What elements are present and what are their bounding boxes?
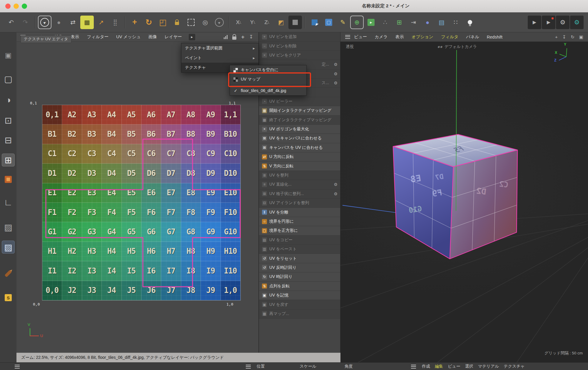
uv-tile-J2[interactable]: J2 (62, 281, 82, 300)
mirror-h-icon[interactable]: ⇥ (407, 16, 420, 29)
uv-menu-item-4[interactable]: UV メッシュ (112, 32, 145, 42)
texture-submenu-item-2[interactable]: ✓floor_tiles_06_diff_4k.jpg (230, 86, 306, 95)
uv-menu-item-5[interactable]: 画像 (145, 32, 161, 42)
uv-tile-G1[interactable]: G1 (42, 222, 62, 241)
gear-icon[interactable]: ⚙ (334, 62, 338, 67)
camera-label[interactable]: ◉◉ デフォルトカメラ (437, 44, 477, 49)
uv-tile-H10[interactable]: H10 (221, 242, 240, 261)
primitive-cube-icon[interactable]: ▢ (322, 16, 335, 29)
refresh-view-icon[interactable]: ↻ (571, 34, 574, 40)
bottom-menu-item-2[interactable]: ビュー (448, 364, 460, 369)
uv-tile-A3[interactable]: A3 (82, 105, 102, 124)
uv-mesh-icon[interactable]: ▨ (2, 221, 15, 234)
uv-transform-tool[interactable]: ▦ (80, 16, 94, 29)
mirror-tool[interactable]: ⇄ (66, 16, 80, 29)
bottom-menu-item-1[interactable]: 編集 (435, 364, 443, 369)
uv-menu-overflow-arrow[interactable]: ▸ (189, 34, 195, 40)
sculpt-blob-icon[interactable]: ● (421, 16, 434, 29)
uv-tile-F3[interactable]: F3 (82, 203, 102, 222)
marquee-select-icon[interactable] (184, 16, 198, 29)
uv-point-mode-icon[interactable]: ⊡ (2, 114, 15, 127)
close-window-button[interactable] (5, 4, 11, 9)
uv-tile-E6[interactable]: E6 (141, 183, 161, 203)
uv-command-26[interactable]: ↻UV 時計回り (259, 272, 340, 281)
uv-tile-F5[interactable]: F5 (122, 203, 141, 222)
uv-tile-I1[interactable]: I1 (42, 261, 62, 281)
uv-command-20[interactable]: ○境界を円形に (259, 217, 340, 226)
interactive-render-icon[interactable]: ⚙ (570, 16, 584, 29)
uv-command-27[interactable]: ⇅点列を反転 (259, 282, 340, 291)
uv-tile-B8[interactable]: B8 (181, 124, 201, 144)
gear-icon[interactable]: ⚙ (334, 71, 338, 76)
snap-move-icon[interactable]: ↗ (94, 16, 108, 29)
scale-tool[interactable]: ◰ (156, 16, 170, 29)
dock-icon[interactable]: ↧ (249, 34, 253, 40)
uv-command-10[interactable]: ×UV ポリゴンを最大化 (259, 125, 340, 134)
uv-tile-I6[interactable]: I6 (141, 261, 161, 281)
bottom-menu-burger-icon[interactable] (15, 365, 20, 369)
model-mode-icon[interactable]: ▢ (2, 72, 15, 85)
uv-polygon-mode-icon[interactable]: ⊞ (2, 154, 15, 166)
uv-texture-canvas[interactable]: 0,1A2A3A4A5A6A7A8A91,1B1B2B3B4B5B6B7B8B9… (42, 105, 240, 300)
uv-tile-0-0[interactable]: 0,0 (42, 281, 62, 300)
uv-tile-A9[interactable]: A9 (201, 105, 220, 124)
uv-command-14[interactable]: ⇅V 方向に反転 (259, 161, 340, 171)
uv-tile-F10[interactable]: F10 (221, 203, 240, 222)
uv-tile-C5[interactable]: C5 (122, 144, 141, 164)
uv-tile-C10[interactable]: C10 (221, 144, 240, 164)
uv-tile-J4[interactable]: J4 (102, 281, 121, 300)
uv-tile-A2[interactable]: A2 (62, 105, 82, 124)
uv-edge-mode-icon[interactable]: ⊟ (2, 134, 15, 146)
context-menu-item-0[interactable]: テクスチャ選択範囲▸ (181, 43, 258, 53)
zoom-window-button[interactable] (22, 4, 27, 9)
light-bulb-icon[interactable] (463, 16, 477, 29)
uv-tile-B10[interactable]: B10 (221, 124, 240, 144)
idle-ball-tool[interactable]: ● (52, 16, 66, 29)
uv-command-24[interactable]: ↺UV をリセット (259, 254, 340, 263)
uv-tile-D1[interactable]: D1 (42, 164, 62, 183)
workplane-axis-icon[interactable]: ∟ (2, 196, 15, 209)
uv-tile-D5[interactable]: D5 (122, 164, 141, 183)
uv-tile-B5[interactable]: B5 (122, 124, 141, 144)
uv-tile-E5[interactable]: E5 (122, 183, 141, 203)
pan-icon[interactable]: + (241, 34, 244, 40)
uv-tile-H8[interactable]: H8 (181, 242, 201, 261)
uv-mesh-sphere-icon[interactable]: ⊕ (350, 16, 364, 29)
uv-tile-H6[interactable]: H6 (141, 242, 161, 261)
uv-tile-G10[interactable]: G10 (221, 222, 240, 241)
uv-tile-A5[interactable]: A5 (122, 105, 141, 124)
snap-rotate-icon[interactable]: ◎ (198, 16, 212, 29)
uv-command-8[interactable]: ▦開始インタラクティブマッピング (259, 106, 340, 115)
viewport-canvas[interactable]: 透視 ◉◉ デフォルトカメラ グリッド間隔 : 50 cm Y X Z E8F9… (340, 42, 588, 362)
projection-label[interactable]: 透視 (346, 44, 354, 49)
render-view-icon[interactable]: ▶ (528, 16, 541, 29)
uv-tile-I8[interactable]: I8 (181, 261, 201, 281)
bottom-menu-item-5[interactable]: テクスチャ (504, 364, 525, 369)
pan-view-icon[interactable]: + (555, 34, 558, 39)
uv-tile-H4[interactable]: H4 (102, 242, 121, 261)
viewport-menu-item-6[interactable]: Redshift (483, 32, 506, 42)
paint-brush-icon[interactable]: ✎ (336, 16, 350, 29)
gear-icon[interactable]: ⚙ (334, 81, 338, 85)
uv-tile-1-0[interactable]: 1,0 (221, 281, 240, 300)
uv-tile-J3[interactable]: J3 (82, 281, 102, 300)
move-tool[interactable]: + (128, 16, 141, 29)
uv-tile-H3[interactable]: H3 (82, 242, 102, 261)
uv-tile-B7[interactable]: B7 (161, 124, 181, 144)
uv-tile-G5[interactable]: G5 (122, 222, 141, 241)
uv-tile-E8[interactable]: E8 (181, 183, 201, 203)
uv-command-19[interactable]: ‖UV を分離 (259, 208, 340, 217)
uv-command-21[interactable]: ▢境界を正方形に (259, 226, 340, 235)
gear-icon[interactable]: ⚙ (334, 182, 338, 187)
uv-tile-C9[interactable]: C9 (201, 144, 220, 164)
uv-tile-A8[interactable]: A8 (181, 105, 201, 124)
uv-command-11[interactable]: ⊠UV をキャンバスに合わせる (259, 134, 340, 143)
uv-tile-B4[interactable]: B4 (102, 124, 121, 144)
uv-tile-C8[interactable]: C8 (181, 144, 201, 164)
uv-tile-D10[interactable]: D10 (221, 164, 240, 183)
viewport-menu-item-1[interactable]: カメラ (371, 32, 392, 42)
maximize-view-icon[interactable]: ▣ (579, 34, 583, 40)
axis-x-lock[interactable]: XL (232, 16, 245, 29)
uv-tile-D9[interactable]: D9 (201, 164, 220, 183)
uv-tile-J9[interactable]: J9 (201, 281, 220, 300)
